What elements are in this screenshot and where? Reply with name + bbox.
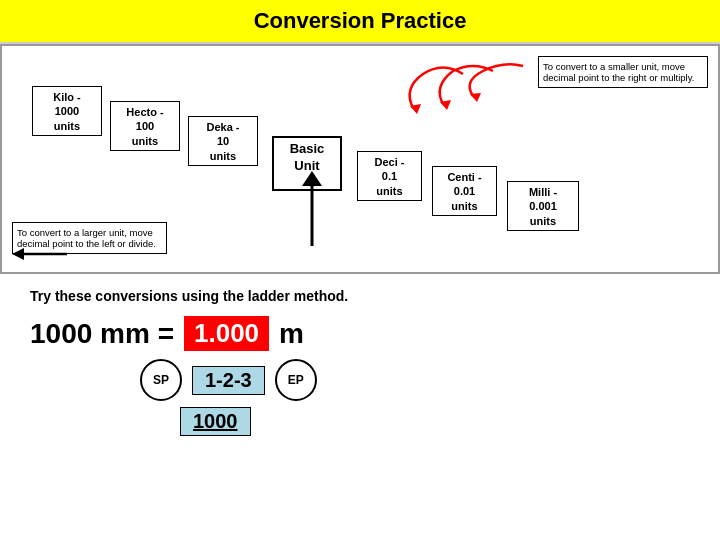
fraction-denominator: 1000 bbox=[180, 407, 251, 436]
problem-label: 1000 mm = bbox=[30, 318, 174, 350]
fraction-row: 1000 bbox=[180, 407, 690, 436]
answer-box[interactable]: 1.000 bbox=[184, 316, 269, 351]
page-title: Conversion Practice bbox=[0, 0, 720, 44]
ladder-step-kilo: Kilo - 1000 units bbox=[32, 86, 102, 136]
svg-marker-0 bbox=[470, 93, 481, 102]
sp-circle: SP bbox=[140, 359, 182, 401]
practice-instructions: Try these conversions using the ladder m… bbox=[30, 288, 690, 304]
red-curved-arrows-icon bbox=[363, 56, 563, 146]
practice-section: Try these conversions using the ladder m… bbox=[0, 274, 720, 436]
unit-label: m bbox=[279, 318, 304, 350]
ladder-step-basic: Basic Unit bbox=[272, 136, 342, 191]
sp-ep-row: SP 1-2-3 EP bbox=[140, 359, 690, 401]
ladder-diagram: To convert to a smaller unit, move decim… bbox=[0, 44, 720, 274]
ladder-step-deka: Deka - 10 units bbox=[188, 116, 258, 166]
svg-marker-2 bbox=[410, 104, 421, 114]
fraction-numerator: 1-2-3 bbox=[192, 366, 265, 395]
ladder-step-hecto: Hecto - 100 units bbox=[110, 101, 180, 151]
ladder-step-milli: Milli - 0.001 units bbox=[507, 181, 579, 231]
svg-marker-1 bbox=[440, 100, 451, 110]
conversion-row: 1000 mm = 1.000 m bbox=[30, 316, 690, 351]
ladder-step-centi: Centi - 0.01 units bbox=[432, 166, 497, 216]
ladder-step-deci: Deci - 0.1 units bbox=[357, 151, 422, 201]
instruction-smaller-unit: To convert to a smaller unit, move decim… bbox=[538, 56, 708, 88]
instruction-larger-unit: To convert to a larger unit, move decima… bbox=[12, 222, 167, 254]
ep-circle: EP bbox=[275, 359, 317, 401]
